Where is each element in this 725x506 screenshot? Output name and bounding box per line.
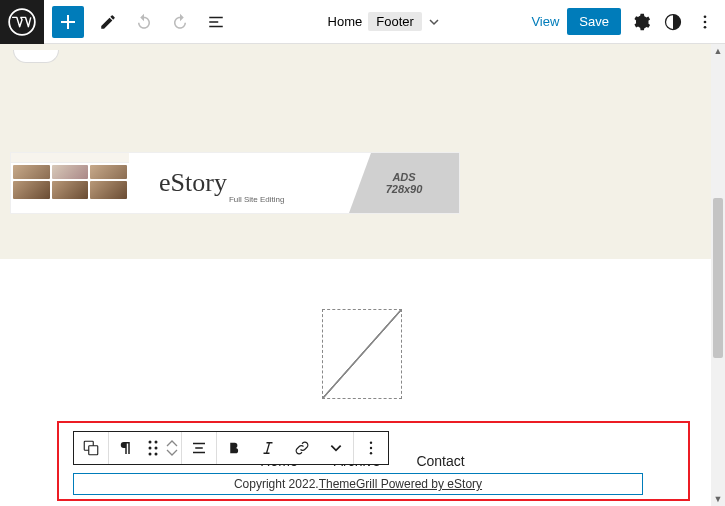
copyright-link[interactable]: ThemeGrill Powered by eStory [319, 477, 482, 491]
block-more-button[interactable] [354, 432, 388, 464]
wordpress-logo[interactable] [0, 0, 44, 44]
redo-button[interactable] [164, 6, 196, 38]
block-type-button[interactable] [74, 432, 108, 464]
nav-contact[interactable]: Contact [416, 453, 464, 469]
edit-tool-button[interactable] [92, 6, 124, 38]
ad-sub-text: Full Site Editing [229, 195, 285, 213]
more-format-button[interactable] [319, 432, 353, 464]
svg-point-12 [155, 453, 158, 456]
save-button[interactable]: Save [567, 8, 621, 35]
undo-button[interactable] [128, 6, 160, 38]
canvas-upper: eStory Full Site Editing ADS 728x90 [0, 44, 725, 259]
scroll-down-icon[interactable]: ▼ [711, 492, 725, 506]
scroll-up-icon[interactable]: ▲ [711, 44, 725, 58]
svg-point-2 [704, 15, 707, 18]
svg-point-4 [704, 25, 707, 28]
svg-rect-6 [89, 446, 98, 455]
view-link[interactable]: View [531, 14, 559, 29]
svg-point-9 [149, 447, 152, 450]
svg-point-11 [149, 453, 152, 456]
ad-banner[interactable]: eStory Full Site Editing ADS 728x90 [10, 152, 460, 214]
svg-point-7 [149, 441, 152, 444]
right-tools: View Save [531, 8, 717, 35]
svg-point-13 [370, 442, 372, 444]
editor-top-bar: Home Footer View Save [0, 0, 725, 44]
ad-size-label: ADS 728x90 [349, 153, 459, 213]
ad-brand-text: eStory [159, 168, 227, 198]
copyright-paragraph[interactable]: Copyright 2022. ThemeGrill Powered by eS… [73, 473, 643, 495]
bold-button[interactable] [217, 432, 251, 464]
drag-handle[interactable] [143, 432, 163, 464]
image-placeholder[interactable] [322, 309, 402, 399]
pill-fragment [13, 50, 59, 63]
breadcrumb-footer: Footer [368, 12, 422, 31]
svg-point-10 [155, 447, 158, 450]
list-view-button[interactable] [200, 6, 232, 38]
align-button[interactable] [182, 432, 216, 464]
breadcrumb[interactable]: Home Footer [236, 12, 531, 31]
italic-button[interactable] [251, 432, 285, 464]
breadcrumb-home: Home [328, 14, 363, 29]
svg-point-0 [9, 9, 35, 35]
styles-button[interactable] [661, 10, 685, 34]
ad-middle: eStory Full Site Editing [129, 153, 349, 213]
more-options-button[interactable] [693, 10, 717, 34]
svg-point-14 [370, 447, 372, 449]
copyright-prefix: Copyright 2022. [234, 477, 319, 491]
chevron-down-icon [428, 16, 440, 28]
canvas-lower: Home Archive Contact [0, 259, 725, 506]
scrollbar[interactable]: ▲ ▼ [711, 44, 725, 506]
add-block-button[interactable] [52, 6, 84, 38]
svg-point-8 [155, 441, 158, 444]
settings-button[interactable] [629, 10, 653, 34]
paragraph-icon-button[interactable] [109, 432, 143, 464]
block-toolbar [73, 431, 389, 465]
link-button[interactable] [285, 432, 319, 464]
move-up-down[interactable] [163, 432, 181, 464]
ad-thumbnail [11, 153, 129, 213]
svg-point-15 [370, 452, 372, 454]
scroll-thumb[interactable] [713, 198, 723, 358]
svg-point-3 [704, 20, 707, 23]
